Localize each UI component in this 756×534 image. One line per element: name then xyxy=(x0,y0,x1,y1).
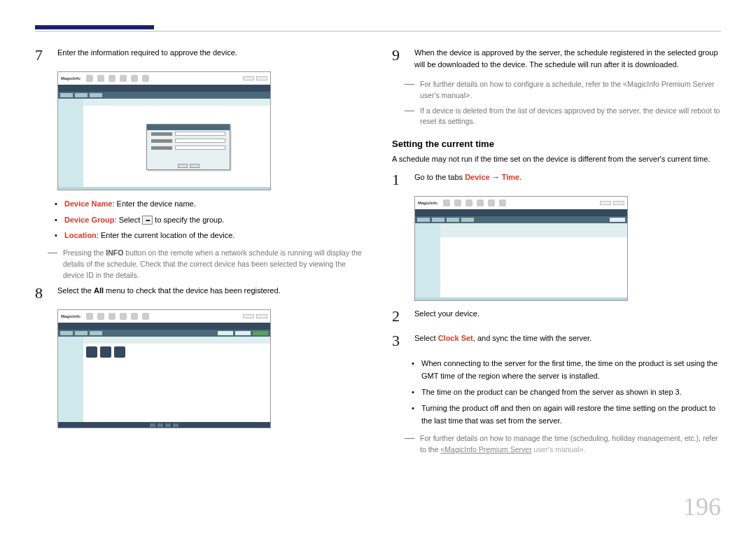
note-info-button: Pressing the INFO button on the remote w… xyxy=(48,248,364,281)
manual-link[interactable]: <MagicInfo Premium Server xyxy=(440,445,531,454)
bullet-change-time: The time on the product can be changed f… xyxy=(412,386,721,399)
step-number: 2 xyxy=(392,308,405,324)
step-text: Enter the information required to approv… xyxy=(57,47,364,63)
dash-icon xyxy=(405,111,414,111)
bullet-device-name: Device Name: Enter the device name. xyxy=(55,197,364,211)
dash-icon xyxy=(48,253,57,253)
screenshot-approve-device: MagicInfo xyxy=(57,71,271,190)
browse-icon: ••• xyxy=(142,216,153,225)
section-subtext: A schedule may not run if the time set o… xyxy=(392,153,721,166)
dash-icon xyxy=(405,438,414,439)
two-column-layout: 7 Enter the information required to appr… xyxy=(35,47,721,460)
bullet-gmt: When connecting to the server for the fi… xyxy=(412,357,721,383)
bullet-restore-time: Turning the product off and then on agai… xyxy=(412,402,721,428)
step-number: 7 xyxy=(35,47,48,63)
step-number: 1 xyxy=(392,171,405,188)
step-7: 7 Enter the information required to appr… xyxy=(35,47,364,63)
approve-dialog xyxy=(146,124,230,170)
note-schedule-manual: For further details on how to configure … xyxy=(405,79,721,101)
page-number: 196 xyxy=(683,492,721,521)
app-logo: MagicInfo xyxy=(418,201,438,205)
section-heading: Setting the current time xyxy=(392,139,721,149)
step-text: When the device is approved by the serve… xyxy=(414,47,721,71)
bullet-device-group: Device Group: Select ••• to specify the … xyxy=(55,213,364,227)
screenshot-device-time: MagicInfo xyxy=(414,196,628,301)
dash-icon xyxy=(405,84,414,85)
step-number: 8 xyxy=(35,285,48,301)
step-2: 2 Select your device. xyxy=(392,308,721,324)
header-rule xyxy=(35,31,721,31)
accent-bar xyxy=(35,25,154,29)
time-bullets: When connecting to the server for the fi… xyxy=(412,357,721,428)
step-8: 8 Select the All menu to check that the … xyxy=(35,285,364,301)
left-column: 7 Enter the information required to appr… xyxy=(35,47,364,460)
manual-page: 7 Enter the information required to appr… xyxy=(0,0,756,534)
field-bullets: Device Name: Enter the device name. Devi… xyxy=(55,197,364,242)
right-column: 9 When the device is approved by the ser… xyxy=(392,47,721,460)
app-logo: MagicInfo xyxy=(61,76,80,80)
step-3: 3 Select Clock Set, and sync the time wi… xyxy=(392,332,721,349)
app-logo: MagicInfo xyxy=(61,314,80,318)
note-device-deleted: If a device is deleted from the list of … xyxy=(405,106,721,128)
bullet-location: Location: Enter the current location of … xyxy=(55,229,364,242)
step-number: 9 xyxy=(392,47,405,71)
screenshot-all-devices: MagicInfo xyxy=(57,309,271,428)
step-1: 1 Go to the tabs Device → Time. xyxy=(392,171,721,188)
step-9: 9 When the device is approved by the ser… xyxy=(392,47,721,71)
step-number: 3 xyxy=(392,332,405,349)
note-time-manual: For further details on how to manage the… xyxy=(405,433,721,456)
